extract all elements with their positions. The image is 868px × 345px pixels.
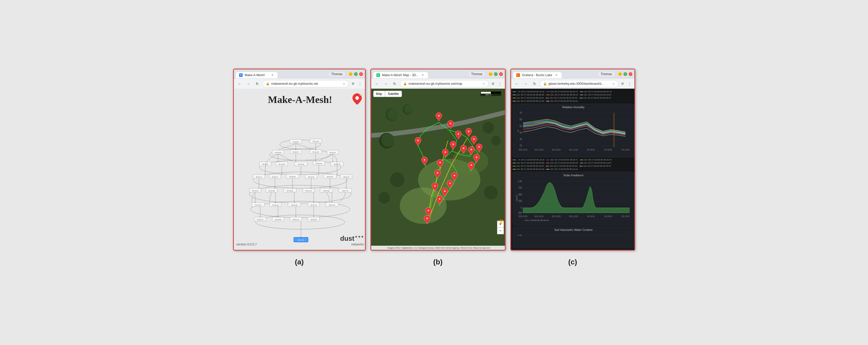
svg-text:30-20-ab: 30-20-ab bbox=[287, 190, 293, 191]
svg-text:%: % bbox=[517, 130, 520, 132]
forward-btn-a[interactable]: → bbox=[245, 80, 252, 87]
extensions-icon-a[interactable]: ⚙ bbox=[350, 81, 356, 87]
forward-btn-b[interactable]: → bbox=[382, 80, 390, 87]
window-controls-b: — □ ✕ bbox=[489, 72, 503, 76]
svg-text:W/m²: W/m² bbox=[516, 194, 518, 201]
menu-icon-b[interactable]: ⋮ bbox=[497, 81, 503, 87]
tab-close-b[interactable]: ✕ bbox=[421, 73, 425, 77]
svg-text:60-25-ee: 60-25-ee bbox=[315, 163, 321, 164]
svg-text:55-01-d3: 55-01-d3 bbox=[272, 204, 278, 206]
mesh-app-title: Make-A-Mesh! bbox=[268, 94, 332, 105]
tab-a[interactable]: M Make-A-Mesh! ✕ bbox=[236, 72, 278, 78]
menu-icon-c[interactable]: ⋮ bbox=[627, 81, 632, 87]
toolbar-icons-c: ⚙ ⋮ bbox=[620, 81, 632, 87]
tab-c[interactable]: G Grafana - Bucks Lake ✕ bbox=[513, 72, 562, 78]
extensions-icon-c[interactable]: ⚙ bbox=[620, 81, 626, 87]
close-btn-a[interactable]: ✕ bbox=[359, 72, 363, 76]
reload-btn-a[interactable]: ↻ bbox=[254, 80, 261, 87]
address-bar-a[interactable]: 🔒 makeamesh.eu-gb.mybluemix.net ☆ bbox=[262, 80, 349, 87]
svg-text:0: 0 bbox=[521, 207, 522, 209]
svg-text:55-01-11: 55-01-11 bbox=[257, 219, 263, 220]
svg-text:50: 50 bbox=[520, 125, 522, 127]
dust-logo-text: dust✦✦✦ bbox=[340, 234, 364, 243]
tab-favicon-c: G bbox=[516, 73, 520, 77]
svg-text:-250: -250 bbox=[518, 211, 522, 214]
screenshot-c-wrapper: G Grafana - Bucks Lake ✕ Thomas — □ ✕ ← … bbox=[510, 69, 635, 266]
window-controls-a: — □ ✕ bbox=[349, 72, 363, 76]
back-btn-c[interactable]: ← bbox=[513, 80, 521, 87]
url-text-c: glaser.berkeley.edu:3000/dashboard/d... bbox=[549, 82, 611, 86]
menu-icon-a[interactable]: ⋮ bbox=[357, 81, 363, 87]
version-text: version 0.0.0.7 bbox=[237, 243, 257, 246]
address-bar-b[interactable]: 🔒 makeamesh.eu-gb.mybluemix.net/map ☆ bbox=[400, 80, 489, 87]
tab-close-c[interactable]: ✕ bbox=[554, 73, 558, 77]
svg-text:8/31 08:00: 8/31 08:00 bbox=[552, 215, 561, 218]
svg-text:55-c6-00: 55-c6-00 bbox=[252, 190, 258, 191]
tab-close-a[interactable]: ✕ bbox=[270, 73, 274, 77]
content-b: 200 m Imagery ©2017, DigitalGlobe, U.S. … bbox=[371, 89, 506, 250]
svg-text:35-11-d4: 35-11-d4 bbox=[334, 163, 340, 165]
close-btn-b[interactable]: ✕ bbox=[499, 72, 503, 76]
close-btn-c[interactable]: ✕ bbox=[629, 72, 632, 76]
toolbar-icons-a: ⚙ ⋮ bbox=[350, 81, 363, 87]
svg-text:70: 70 bbox=[520, 112, 522, 115]
map-view-btn[interactable]: Map bbox=[373, 91, 385, 97]
forward-btn-c[interactable]: → bbox=[522, 80, 529, 87]
dust-logo: dust✦✦✦ networks bbox=[340, 234, 364, 246]
back-btn-b[interactable]: ← bbox=[373, 80, 380, 87]
svg-text:35-08-a3: 35-08-a3 bbox=[311, 219, 316, 220]
zoom-out-btn[interactable]: − bbox=[497, 227, 504, 234]
reload-btn-b[interactable]: ↻ bbox=[391, 80, 398, 87]
svg-point-158 bbox=[438, 115, 440, 117]
svg-point-167 bbox=[444, 151, 446, 153]
panel-humidity: Relative Humidity 70 60 5 bbox=[513, 104, 634, 157]
svg-text:30-1b-32: 30-1b-32 bbox=[308, 176, 314, 178]
extensions-icon-b[interactable]: ⚙ bbox=[490, 81, 496, 87]
satellite-view-btn[interactable]: Satellite bbox=[385, 91, 402, 97]
minimize-btn-b[interactable]: — bbox=[489, 72, 492, 76]
tab-b[interactable]: M Make-A-Mesh! Map - 3D... ✕ bbox=[373, 72, 428, 78]
svg-text:60-1e-af: 60-1e-af bbox=[313, 140, 318, 142]
mesh-main-content: Make-A-Mesh! 60-29-46 bbox=[234, 89, 366, 250]
svg-point-109 bbox=[400, 187, 446, 224]
svg-text:60-25-ab: 60-25-ab bbox=[289, 176, 296, 178]
map-location-icon bbox=[352, 93, 362, 106]
humidity-chart: 70 60 50 40 30 20 8/30 16:00 8/31 00:00 … bbox=[515, 110, 632, 152]
tab-favicon-a: M bbox=[239, 73, 243, 77]
svg-text:9/1 16:00: 9/1 16:00 bbox=[621, 215, 629, 218]
svg-text:55-c6-48: 55-c6-48 bbox=[275, 219, 281, 220]
svg-text:9/1 08:00: 9/1 08:00 bbox=[604, 215, 612, 218]
tab-title-b: Make-A-Mesh! Map - 3D... bbox=[382, 73, 419, 77]
back-btn-a[interactable]: ← bbox=[236, 80, 243, 87]
pegman-icon[interactable]: ☢ bbox=[499, 218, 504, 225]
grafana-legend-top: -- rh: 00-17-0d-00-00-60-1e-af s3x: 00-1… bbox=[513, 90, 634, 103]
svg-point-162 bbox=[473, 138, 475, 140]
svg-point-170 bbox=[454, 175, 455, 176]
svg-text:30: 30 bbox=[520, 138, 522, 140]
svg-point-164 bbox=[478, 146, 480, 148]
minimize-btn-a[interactable]: — bbox=[349, 72, 352, 76]
screenshots-row: M Make-A-Mesh! ✕ Thomas — □ ✕ ← → ↻ 🔒 ma bbox=[5, 69, 863, 266]
svg-text:35-1b-d3: 35-1b-d3 bbox=[312, 151, 318, 153]
svg-text:50-40-72: 50-40-72 bbox=[311, 204, 316, 206]
maximize-btn-c[interactable]: □ bbox=[623, 72, 627, 76]
svg-point-177 bbox=[426, 218, 428, 219]
screenshot-b-wrapper: M Make-A-Mesh! Map - 3D... ✕ Thomas — □ … bbox=[370, 69, 506, 266]
tab-title-a: Make-A-Mesh! bbox=[245, 73, 268, 77]
user-a: Thomas bbox=[329, 72, 345, 76]
svg-rect-182 bbox=[481, 92, 491, 94]
svg-point-116 bbox=[390, 172, 404, 187]
caption-a: (a) bbox=[295, 258, 304, 266]
svg-text:8/31 16:00: 8/31 16:00 bbox=[569, 149, 578, 151]
maximize-btn-b[interactable]: □ bbox=[494, 72, 498, 76]
svg-point-159 bbox=[450, 123, 451, 124]
address-bar-c[interactable]: 🔒 glaser.berkeley.edu:3000/dashboard/d..… bbox=[540, 80, 618, 87]
dust-logo-sub: networks bbox=[351, 243, 364, 246]
svg-text:55-03-10: 55-03-10 bbox=[292, 219, 299, 220]
url-text-a: makeamesh.eu-gb.mybluemix.net bbox=[271, 82, 341, 86]
screenshot-a-wrapper: M Make-A-Mesh! ✕ Thomas — □ ✕ ← → ↻ 🔒 ma bbox=[233, 69, 366, 266]
maximize-btn-a[interactable]: □ bbox=[354, 72, 358, 76]
reload-btn-c[interactable]: ↻ bbox=[531, 80, 538, 87]
minimize-btn-c[interactable]: — bbox=[618, 72, 622, 76]
url-text-b: makeamesh.eu-gb.mybluemix.net/map bbox=[409, 82, 481, 86]
